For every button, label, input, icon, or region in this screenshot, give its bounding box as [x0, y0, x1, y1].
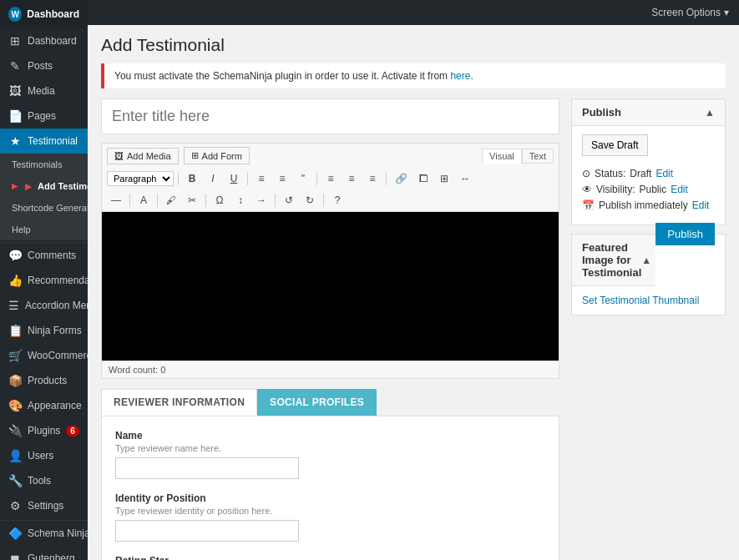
italic-button[interactable]: I — [204, 170, 222, 187]
add-media-button[interactable]: 🖼 Add Media — [107, 148, 179, 164]
identity-input[interactable] — [115, 520, 299, 542]
appearance-icon: 🎨 — [8, 399, 22, 412]
align-center-button[interactable]: ≡ — [342, 170, 361, 187]
sidebar-item-products[interactable]: 📦 Products — [0, 368, 88, 393]
expand-button[interactable]: ↔ — [456, 170, 474, 187]
users-icon: 👤 — [8, 449, 22, 462]
unordered-list-button[interactable]: ≡ — [252, 170, 271, 187]
submenu-help[interactable]: Help — [0, 219, 88, 240]
word-count-bar: Word count: 0 — [101, 361, 559, 379]
rating-field-group: Rating Star ★ ★ ★ ★ ★ Rating star along … — [115, 555, 545, 560]
toolbar-sep6 — [157, 194, 158, 207]
sidebar-item-gutenberg[interactable]: ◼ Gutenberg — [0, 546, 88, 560]
chevron-down-icon: ▾ — [724, 7, 729, 18]
sidebar-item-pages[interactable]: 📄 Pages — [0, 103, 88, 129]
visual-tab[interactable]: Visual — [482, 149, 522, 164]
align-left-button[interactable]: ≡ — [321, 170, 340, 187]
submenu-shortcode-generator[interactable]: Shortcode Generator — [0, 197, 88, 219]
help-button[interactable]: ? — [328, 192, 347, 209]
blockquote-button[interactable]: " — [294, 170, 312, 187]
sidebar-item-recommendations[interactable]: 👍 Recommendations — [0, 268, 88, 293]
sidebar-item-woocommerce[interactable]: 🛒 WooCommerce — [0, 343, 88, 368]
paragraph-select[interactable]: Paragraph — [107, 171, 174, 186]
sidebar-item-media[interactable]: 🖼 Media — [0, 78, 88, 103]
featured-panel-body: Set Testimonial Thumbnail — [572, 286, 725, 315]
link-button[interactable]: 🔗 — [391, 170, 412, 187]
tab-reviewer-information[interactable]: REVIEWER INFORMATION — [101, 389, 257, 416]
sidebar-item-settings[interactable]: ⚙ Settings — [0, 493, 88, 518]
toolbar-sep1 — [178, 172, 179, 185]
outdent-button[interactable]: → — [252, 192, 271, 209]
text-tab[interactable]: Text — [522, 149, 554, 164]
save-draft-button[interactable]: Save Draft — [582, 134, 648, 156]
table-button[interactable]: ⊞ — [435, 170, 453, 187]
dash-button[interactable]: — — [107, 192, 125, 209]
text-color-button[interactable]: A — [134, 192, 153, 209]
align-right-button[interactable]: ≡ — [363, 170, 382, 187]
editor-toolbar-row1: 🖼 Add Media ⊞ Add Form Visual Text — [101, 143, 559, 168]
post-title-input[interactable] — [101, 98, 559, 134]
visibility-row: 👁 Visibility: Public Edit — [582, 184, 715, 195]
set-thumbnail-link[interactable]: Set Testimonial Thumbnail — [582, 295, 715, 306]
redo-button[interactable]: ↻ — [301, 192, 319, 209]
activate-link[interactable]: here — [450, 70, 470, 82]
remove-format-button[interactable]: ✂ — [183, 192, 201, 209]
editor-body[interactable] — [101, 211, 559, 361]
woocommerce-icon: 🛒 — [8, 349, 22, 362]
sidebar: W Dashboard ⊞ Dashboard ✎ Posts 🖼 Media … — [0, 0, 88, 560]
sidebar-item-accordion-menus[interactable]: ☰ Accordion Menus — [0, 293, 88, 318]
sidebar-item-plugins[interactable]: 🔌 Plugins 6 — [0, 418, 88, 443]
comments-icon: 💬 — [8, 249, 22, 262]
ordered-list-button[interactable]: ≡ — [273, 170, 291, 187]
sidebar-item-tools[interactable]: 🔧 Tools — [0, 468, 88, 493]
sidebar-logo-label: Dashboard — [27, 8, 79, 20]
sidebar-item-posts[interactable]: ✎ Posts — [0, 53, 88, 78]
testimonial-submenu: Testimonials ▶ Add Testimonial Shortcode… — [0, 154, 88, 240]
undo-button[interactable]: ↺ — [280, 192, 298, 209]
visibility-icon: 👁 — [582, 184, 592, 195]
submenu-testimonials[interactable]: Testimonials — [0, 154, 88, 175]
sidebar-item-users[interactable]: 👤 Users — [0, 443, 88, 468]
sidebar-logo[interactable]: W Dashboard — [0, 0, 88, 28]
tab-social-profiles[interactable]: SOCIAL PROFILES — [257, 389, 377, 416]
wp-logo-icon: W — [8, 7, 22, 22]
recommendations-icon: 👍 — [8, 274, 22, 287]
editor-main: 🖼 Add Media ⊞ Add Form Visual Text — [101, 98, 559, 560]
status-edit-link[interactable]: Edit — [655, 168, 673, 179]
underline-button[interactable]: U — [225, 170, 243, 187]
tools-icon: 🔧 — [8, 474, 22, 487]
schema-ninja-icon: 🔷 — [8, 527, 22, 540]
toolbar-sep4 — [386, 172, 387, 185]
toolbar-sep8 — [275, 194, 276, 207]
sidebar-item-comments[interactable]: 💬 Comments — [0, 243, 88, 268]
paste-text-button[interactable]: 🖋 — [162, 192, 180, 209]
media-icon: 🖼 — [8, 84, 22, 98]
toolbar-sep7 — [205, 194, 206, 207]
special-chars-button[interactable]: Ω — [210, 192, 229, 209]
visibility-edit-link[interactable]: Edit — [671, 184, 688, 195]
publish-panel: Publish ▲ Save Draft ⊙ Status: Draft Edi… — [571, 98, 726, 225]
sidebar-item-testimonial[interactable]: ★ Testimonial — [0, 129, 88, 154]
testimonial-icon: ★ — [8, 134, 22, 148]
submenu-add-testimonial[interactable]: ▶ Add Testimonial — [0, 175, 88, 197]
form-icon: ⊞ — [191, 150, 199, 161]
featured-panel-header: Featured Image for Testimonial ▲ — [572, 235, 655, 286]
sidebar-item-dashboard[interactable]: ⊞ Dashboard — [0, 28, 88, 53]
readmore-button[interactable]: ⧠ — [414, 170, 433, 187]
content-area: Add Testimonial You must activate the Sc… — [88, 25, 739, 560]
publish-button[interactable]: Publish — [655, 223, 715, 245]
sidebar-item-ninja-forms[interactable]: 📋 Ninja Forms — [0, 318, 88, 343]
accordion-icon: ☰ — [8, 299, 19, 312]
sidebar-item-schema-ninja[interactable]: 🔷 Schema Ninja — [0, 521, 88, 546]
publish-when-row: 📅 Publish immediately Edit — [582, 199, 715, 211]
featured-panel-collapse[interactable]: ▲ — [641, 255, 651, 266]
sidebar-item-appearance[interactable]: 🎨 Appearance — [0, 393, 88, 418]
add-form-button[interactable]: ⊞ Add Form — [184, 147, 250, 164]
publish-when-edit-link[interactable]: Edit — [692, 199, 710, 211]
screen-options-button[interactable]: Screen Options ▾ — [651, 7, 729, 18]
indent-button[interactable]: ↕ — [231, 192, 250, 209]
publish-panel-collapse[interactable]: ▲ — [705, 107, 715, 119]
gutenberg-icon: ◼ — [8, 552, 22, 560]
bold-button[interactable]: B — [183, 170, 201, 187]
name-input[interactable] — [115, 457, 299, 479]
